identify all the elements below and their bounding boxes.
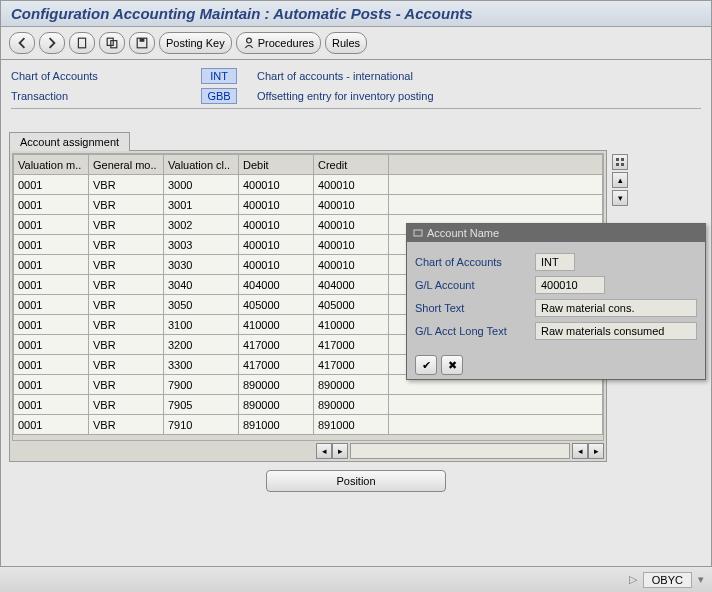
table-cell[interactable]: 0001: [14, 275, 89, 295]
table-row[interactable]: 0001VBR7910891000891000: [14, 415, 603, 435]
table-cell[interactable]: 410000: [239, 315, 314, 335]
popup-gl-value[interactable]: 400010: [535, 276, 605, 294]
table-cell[interactable]: 400010: [314, 255, 389, 275]
table-cell[interactable]: 405000: [239, 295, 314, 315]
table-cell[interactable]: 404000: [239, 275, 314, 295]
scroll-up-button[interactable]: ▴: [612, 172, 628, 188]
table-cell[interactable]: 0001: [14, 315, 89, 335]
hscroll-next-button[interactable]: ◂: [572, 443, 588, 459]
table-cell[interactable]: VBR: [89, 215, 164, 235]
table-cell[interactable]: 400010: [239, 255, 314, 275]
table-cell[interactable]: 890000: [314, 375, 389, 395]
table-cell[interactable]: 0001: [14, 375, 89, 395]
col-valuation-mod[interactable]: Valuation m..: [14, 155, 89, 175]
position-button[interactable]: Position: [266, 470, 446, 492]
copy-button[interactable]: [99, 32, 125, 54]
tab-account-assignment[interactable]: Account assignment: [9, 132, 130, 151]
popup-title-bar[interactable]: Account Name: [407, 224, 705, 242]
new-button[interactable]: [69, 32, 95, 54]
table-cell[interactable]: VBR: [89, 295, 164, 315]
save-button[interactable]: [129, 32, 155, 54]
table-cell[interactable]: 7900: [164, 375, 239, 395]
table-cell[interactable]: 890000: [314, 395, 389, 415]
table-cell[interactable]: VBR: [89, 415, 164, 435]
table-cell[interactable]: 0001: [14, 255, 89, 275]
table-cell[interactable]: 0001: [14, 415, 89, 435]
table-cell[interactable]: 417000: [239, 335, 314, 355]
table-cell[interactable]: 0001: [14, 235, 89, 255]
table-cell[interactable]: VBR: [89, 395, 164, 415]
table-cell[interactable]: 3040: [164, 275, 239, 295]
popup-cancel-button[interactable]: ✖: [441, 355, 463, 375]
table-cell[interactable]: 0001: [14, 215, 89, 235]
table-cell[interactable]: 410000: [314, 315, 389, 335]
table-cell[interactable]: 0001: [14, 195, 89, 215]
popup-long-value[interactable]: Raw materials consumed: [535, 322, 697, 340]
table-cell[interactable]: 3200: [164, 335, 239, 355]
table-cell[interactable]: 417000: [314, 355, 389, 375]
posting-key-button[interactable]: Posting Key: [159, 32, 232, 54]
table-cell[interactable]: VBR: [89, 175, 164, 195]
table-cell[interactable]: VBR: [89, 355, 164, 375]
procedures-button[interactable]: Procedures: [236, 32, 321, 54]
table-row[interactable]: 0001VBR7905890000890000: [14, 395, 603, 415]
table-cell[interactable]: 405000: [314, 295, 389, 315]
table-cell[interactable]: 400010: [314, 195, 389, 215]
table-cell[interactable]: 3030: [164, 255, 239, 275]
table-cell[interactable]: 400010: [239, 235, 314, 255]
hscroll-last-button[interactable]: ▸: [588, 443, 604, 459]
table-cell[interactable]: VBR: [89, 375, 164, 395]
table-cell[interactable]: VBR: [89, 235, 164, 255]
table-cell[interactable]: 3100: [164, 315, 239, 335]
table-cell[interactable]: 3300: [164, 355, 239, 375]
table-cell[interactable]: 404000: [314, 275, 389, 295]
table-cell[interactable]: 7910: [164, 415, 239, 435]
hscroll-first-button[interactable]: ◂: [316, 443, 332, 459]
table-cell[interactable]: 3000: [164, 175, 239, 195]
forward-button[interactable]: [39, 32, 65, 54]
table-cell[interactable]: 0001: [14, 295, 89, 315]
status-nav-icon[interactable]: ▷: [629, 573, 637, 586]
table-row[interactable]: 0001VBR3000400010400010: [14, 175, 603, 195]
table-cell[interactable]: 400010: [239, 175, 314, 195]
table-cell[interactable]: VBR: [89, 335, 164, 355]
coa-code[interactable]: INT: [201, 68, 237, 84]
col-credit[interactable]: Credit: [314, 155, 389, 175]
table-cell[interactable]: VBR: [89, 255, 164, 275]
table-cell[interactable]: 0001: [14, 175, 89, 195]
hscroll-prev-button[interactable]: ▸: [332, 443, 348, 459]
table-settings-button[interactable]: [612, 154, 628, 170]
col-general-mod[interactable]: General mo..: [89, 155, 164, 175]
table-cell[interactable]: 0001: [14, 355, 89, 375]
table-cell[interactable]: 7905: [164, 395, 239, 415]
txn-code[interactable]: GBB: [201, 88, 237, 104]
table-cell[interactable]: 890000: [239, 375, 314, 395]
col-debit[interactable]: Debit: [239, 155, 314, 175]
table-row[interactable]: 0001VBR3001400010400010: [14, 195, 603, 215]
table-cell[interactable]: 0001: [14, 395, 89, 415]
table-cell[interactable]: 891000: [239, 415, 314, 435]
popup-coa-value[interactable]: INT: [535, 253, 575, 271]
table-cell[interactable]: 417000: [314, 335, 389, 355]
table-cell[interactable]: 400010: [239, 195, 314, 215]
table-cell[interactable]: 400010: [314, 215, 389, 235]
table-cell[interactable]: 890000: [239, 395, 314, 415]
table-cell[interactable]: 3002: [164, 215, 239, 235]
scroll-down-button[interactable]: ▾: [612, 190, 628, 206]
table-cell[interactable]: VBR: [89, 315, 164, 335]
popup-ok-button[interactable]: ✔: [415, 355, 437, 375]
table-cell[interactable]: 891000: [314, 415, 389, 435]
hscroll-track[interactable]: [350, 443, 570, 459]
table-cell[interactable]: 400010: [239, 215, 314, 235]
col-valuation-class[interactable]: Valuation cl..: [164, 155, 239, 175]
status-dropdown-icon[interactable]: ▾: [698, 573, 704, 586]
table-cell[interactable]: 0001: [14, 335, 89, 355]
table-cell[interactable]: 3003: [164, 235, 239, 255]
table-cell[interactable]: 400010: [314, 235, 389, 255]
table-cell[interactable]: VBR: [89, 195, 164, 215]
table-cell[interactable]: 417000: [239, 355, 314, 375]
table-cell[interactable]: 3050: [164, 295, 239, 315]
popup-short-value[interactable]: Raw material cons.: [535, 299, 697, 317]
table-cell[interactable]: VBR: [89, 275, 164, 295]
table-cell[interactable]: 3001: [164, 195, 239, 215]
